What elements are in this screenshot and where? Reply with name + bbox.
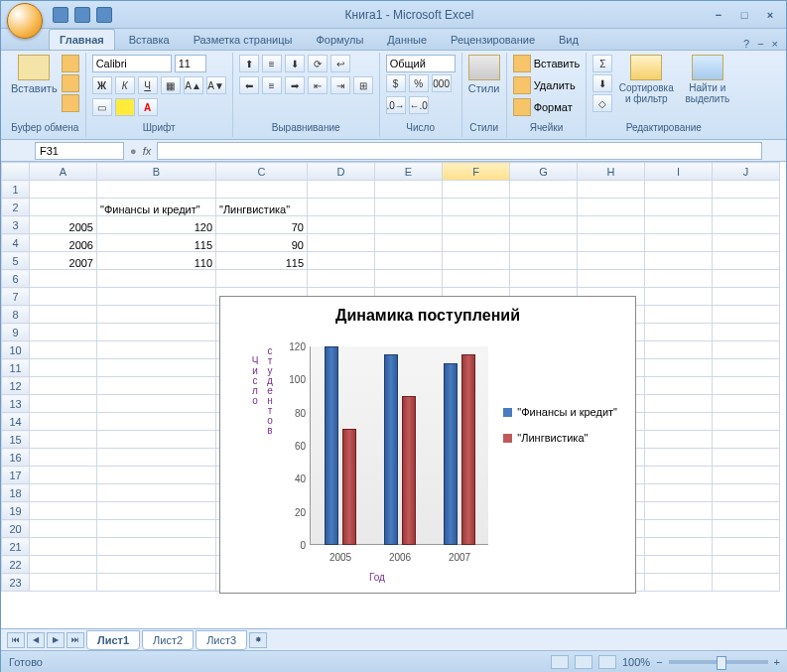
wrap-text[interactable]: ↩ bbox=[330, 55, 350, 72]
col-header-D[interactable]: D bbox=[308, 163, 375, 181]
cell-A9[interactable] bbox=[30, 324, 97, 341]
cell-E1[interactable] bbox=[375, 181, 443, 199]
cell-D3[interactable] bbox=[308, 216, 375, 234]
cell-I13[interactable] bbox=[645, 395, 713, 413]
cell-I21[interactable] bbox=[645, 538, 713, 556]
cell-I11[interactable] bbox=[645, 359, 713, 377]
cell-H5[interactable] bbox=[578, 252, 645, 270]
copy-icon[interactable] bbox=[62, 74, 79, 92]
row-header-4[interactable]: 4 bbox=[2, 234, 30, 252]
row-header-23[interactable]: 23 bbox=[2, 574, 30, 592]
cell-G6[interactable] bbox=[510, 270, 578, 288]
cell-A20[interactable] bbox=[30, 520, 97, 538]
sheet-tab-1[interactable]: Лист1 bbox=[86, 630, 140, 650]
office-button[interactable] bbox=[7, 3, 43, 39]
row-header-20[interactable]: 20 bbox=[2, 520, 30, 538]
cell-C3[interactable]: 70 bbox=[216, 216, 308, 234]
inc-decimal[interactable]: .0→ bbox=[386, 96, 406, 114]
cell-B17[interactable] bbox=[97, 467, 216, 484]
col-header-F[interactable]: F bbox=[443, 163, 510, 181]
delete-cells[interactable]: Удалить bbox=[534, 79, 576, 91]
tab-home[interactable]: Главная bbox=[49, 29, 115, 50]
number-format[interactable] bbox=[386, 55, 456, 72]
cell-A19[interactable] bbox=[30, 502, 97, 520]
cell-B8[interactable] bbox=[97, 306, 216, 324]
view-pagebreak[interactable] bbox=[598, 655, 616, 669]
col-header-J[interactable]: J bbox=[713, 163, 780, 181]
cell-I12[interactable] bbox=[645, 377, 713, 395]
cell-A17[interactable] bbox=[30, 467, 97, 484]
col-header-G[interactable]: G bbox=[510, 163, 578, 181]
insert-cells[interactable]: Вставить bbox=[534, 58, 581, 69]
cell-B5[interactable]: 110 bbox=[97, 252, 216, 270]
cell-C5[interactable]: 115 bbox=[216, 252, 308, 270]
align-top[interactable]: ⬆ bbox=[239, 55, 259, 72]
cell-B2[interactable]: "Финансы и кредит" bbox=[97, 199, 216, 216]
cell-B21[interactable] bbox=[97, 538, 216, 556]
cell-J13[interactable] bbox=[713, 395, 780, 413]
cell-I7[interactable] bbox=[645, 288, 713, 306]
cell-C2[interactable]: "Лингвистика" bbox=[216, 199, 308, 216]
tab-pagelayout[interactable]: Разметка страницы bbox=[184, 30, 303, 50]
cell-J2[interactable] bbox=[713, 199, 780, 216]
cell-H2[interactable] bbox=[578, 199, 645, 216]
cell-J4[interactable] bbox=[713, 234, 780, 252]
minimize-button[interactable]: − bbox=[707, 6, 730, 24]
cell-A16[interactable] bbox=[30, 449, 97, 467]
cell-F2[interactable] bbox=[443, 199, 510, 216]
cell-J14[interactable] bbox=[713, 413, 780, 431]
cell-I2[interactable] bbox=[645, 199, 713, 216]
cell-B14[interactable] bbox=[97, 413, 216, 431]
bold-button[interactable]: Ж bbox=[92, 76, 112, 94]
cell-A2[interactable] bbox=[30, 199, 97, 216]
select-all[interactable] bbox=[2, 163, 30, 181]
cell-A11[interactable] bbox=[30, 359, 97, 377]
cell-J3[interactable] bbox=[713, 216, 780, 234]
find-button[interactable]: Найти и выделить bbox=[680, 55, 734, 104]
cell-G4[interactable] bbox=[510, 234, 578, 252]
cell-I6[interactable] bbox=[645, 270, 713, 288]
cell-I22[interactable] bbox=[645, 556, 713, 574]
indent-dec[interactable]: ⇤ bbox=[308, 76, 328, 94]
cell-A22[interactable] bbox=[30, 556, 97, 574]
tab-data[interactable]: Данные bbox=[377, 30, 437, 50]
cell-F1[interactable] bbox=[443, 181, 510, 199]
cell-E5[interactable] bbox=[375, 252, 443, 270]
sheet-tab-2[interactable]: Лист2 bbox=[142, 630, 194, 650]
cell-B22[interactable] bbox=[97, 556, 216, 574]
cell-A5[interactable]: 2007 bbox=[30, 252, 97, 270]
cell-B7[interactable] bbox=[97, 288, 216, 306]
row-header-7[interactable]: 7 bbox=[2, 288, 30, 306]
cell-B1[interactable] bbox=[97, 181, 216, 199]
cell-J12[interactable] bbox=[713, 377, 780, 395]
cell-B12[interactable] bbox=[97, 377, 216, 395]
help-icon[interactable]: ? bbox=[743, 38, 749, 50]
cell-A23[interactable] bbox=[30, 574, 97, 592]
col-header-H[interactable]: H bbox=[578, 163, 645, 181]
grow-font-button[interactable]: A▲ bbox=[184, 76, 203, 94]
cell-J10[interactable] bbox=[713, 341, 780, 359]
view-pagelayout[interactable] bbox=[575, 655, 592, 669]
fx-icon[interactable]: fx bbox=[143, 145, 152, 157]
cell-E6[interactable] bbox=[375, 270, 443, 288]
cell-J18[interactable] bbox=[713, 484, 780, 502]
cell-I9[interactable] bbox=[645, 324, 713, 341]
cell-H4[interactable] bbox=[578, 234, 645, 252]
row-header-12[interactable]: 12 bbox=[2, 377, 30, 395]
cell-J23[interactable] bbox=[713, 574, 780, 592]
cell-J8[interactable] bbox=[713, 306, 780, 324]
cell-I16[interactable] bbox=[645, 449, 713, 467]
col-header-B[interactable]: B bbox=[97, 163, 216, 181]
col-header-I[interactable]: I bbox=[645, 163, 713, 181]
paste-button[interactable]: Вставить bbox=[11, 55, 58, 94]
cell-B9[interactable] bbox=[97, 324, 216, 341]
new-sheet-button[interactable]: ✸ bbox=[249, 632, 267, 648]
row-header-6[interactable]: 6 bbox=[2, 270, 30, 288]
cell-J16[interactable] bbox=[713, 449, 780, 467]
cell-A18[interactable] bbox=[30, 484, 97, 502]
cell-I19[interactable] bbox=[645, 502, 713, 520]
row-header-3[interactable]: 3 bbox=[2, 216, 30, 234]
cell-F3[interactable] bbox=[443, 216, 510, 234]
cell-H3[interactable] bbox=[578, 216, 645, 234]
minimize-ribbon-button[interactable]: − bbox=[757, 38, 763, 50]
